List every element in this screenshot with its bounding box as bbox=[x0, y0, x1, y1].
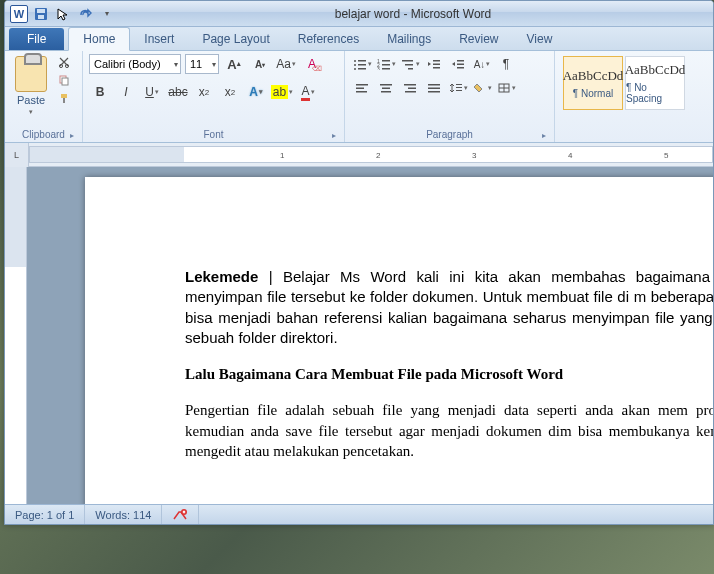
svg-point-4 bbox=[65, 64, 68, 67]
line-spacing-button[interactable] bbox=[447, 78, 469, 98]
paste-button[interactable]: Paste ▾ bbox=[11, 54, 51, 118]
tab-mailings[interactable]: Mailings bbox=[373, 28, 445, 50]
ruler-corner[interactable]: L bbox=[5, 143, 29, 167]
svg-text:3: 3 bbox=[377, 66, 380, 70]
svg-rect-2 bbox=[38, 15, 44, 19]
change-case-button[interactable]: Aa bbox=[275, 54, 297, 74]
group-label-paragraph: Paragraph bbox=[351, 127, 548, 142]
svg-rect-8 bbox=[63, 98, 65, 103]
group-styles: AaBbCcDd ¶ Normal AaBbCcDd ¶ No Spacing … bbox=[555, 51, 713, 142]
document-area: Lekemede | Belajar Ms Word kali ini kita… bbox=[5, 167, 713, 504]
svg-rect-22 bbox=[405, 64, 413, 66]
format-painter-icon[interactable] bbox=[55, 90, 73, 106]
paragraph-1[interactable]: Lekemede | Belajar Ms Word kali ini kita… bbox=[185, 267, 713, 348]
status-proof-icon[interactable] bbox=[162, 505, 199, 524]
font-size-combo[interactable]: 11 bbox=[185, 54, 219, 74]
ruler-tick: 2 bbox=[376, 151, 380, 160]
style-normal[interactable]: AaBbCcDd ¶ Normal bbox=[563, 56, 623, 110]
style-sample: AaBbCcDd bbox=[625, 62, 686, 78]
svg-rect-24 bbox=[433, 60, 440, 62]
ruler-tick: 5 bbox=[664, 151, 668, 160]
word-logo-icon[interactable]: W bbox=[9, 4, 29, 24]
save-icon[interactable] bbox=[31, 4, 51, 24]
align-center-button[interactable] bbox=[375, 78, 397, 98]
p1-bold: Lekemede bbox=[185, 268, 258, 285]
clear-format-button[interactable]: A⌫ bbox=[301, 54, 323, 74]
svg-rect-37 bbox=[408, 88, 416, 90]
svg-rect-42 bbox=[456, 84, 462, 85]
status-page[interactable]: Page: 1 of 1 bbox=[5, 505, 85, 524]
tab-view[interactable]: View bbox=[513, 28, 567, 50]
subscript-button[interactable]: x2 bbox=[193, 82, 215, 102]
status-words[interactable]: Words: 114 bbox=[85, 505, 162, 524]
window-title: belajar word - Microsoft Word bbox=[117, 7, 709, 21]
italic-button[interactable]: I bbox=[115, 82, 137, 102]
svg-rect-26 bbox=[433, 67, 440, 69]
titlebar: W ▾ belajar word - Microsoft Word bbox=[5, 1, 713, 27]
p1-text: | Belajar Ms Word kali ini kita akan mem… bbox=[185, 268, 713, 346]
clipboard-icon bbox=[15, 56, 47, 92]
svg-rect-16 bbox=[382, 60, 390, 62]
highlight-button[interactable]: ab bbox=[271, 82, 293, 102]
copy-icon[interactable] bbox=[55, 72, 73, 88]
font-name-value: Calibri (Body) bbox=[94, 58, 161, 70]
svg-rect-29 bbox=[457, 67, 464, 69]
svg-rect-23 bbox=[408, 68, 413, 70]
grow-font-button[interactable]: A▴ bbox=[223, 54, 245, 74]
tab-home[interactable]: Home bbox=[68, 27, 130, 51]
underline-button[interactable]: U bbox=[141, 82, 163, 102]
font-color-button[interactable]: A bbox=[297, 82, 319, 102]
tab-review[interactable]: Review bbox=[445, 28, 512, 50]
justify-button[interactable] bbox=[423, 78, 445, 98]
svg-point-11 bbox=[354, 64, 356, 66]
svg-rect-40 bbox=[428, 88, 440, 90]
paste-label: Paste bbox=[17, 94, 45, 106]
style-no-spacing[interactable]: AaBbCcDd ¶ No Spacing bbox=[625, 56, 685, 110]
ruler-tick: 1 bbox=[280, 151, 284, 160]
heading-1[interactable]: Lalu Bagaimana Cara Membuat File pada Mi… bbox=[185, 364, 713, 384]
redo-icon[interactable] bbox=[75, 4, 95, 24]
indent-button[interactable] bbox=[447, 54, 469, 74]
qat-more-icon[interactable]: ▾ bbox=[97, 4, 117, 24]
align-left-button[interactable] bbox=[351, 78, 373, 98]
paragraph-2[interactable]: Pengertian file adalah sebuah file yang … bbox=[185, 400, 713, 461]
pilcrow-button[interactable]: ¶ bbox=[495, 54, 517, 74]
app-window: W ▾ belajar word - Microsoft Word File H… bbox=[4, 0, 714, 525]
superscript-button[interactable]: x2 bbox=[219, 82, 241, 102]
bullets-button[interactable] bbox=[351, 54, 373, 74]
sort-button[interactable]: A↓ bbox=[471, 54, 493, 74]
shrink-font-button[interactable]: A▾ bbox=[249, 54, 271, 74]
svg-rect-30 bbox=[356, 84, 368, 86]
svg-rect-33 bbox=[380, 84, 392, 86]
page[interactable]: Lekemede | Belajar Ms Word kali ini kita… bbox=[85, 177, 713, 504]
group-label-font: Font bbox=[89, 127, 338, 142]
cut-icon[interactable] bbox=[55, 54, 73, 70]
tab-insert[interactable]: Insert bbox=[130, 28, 188, 50]
tab-page-layout[interactable]: Page Layout bbox=[188, 28, 283, 50]
tab-file[interactable]: File bbox=[9, 28, 64, 50]
svg-point-9 bbox=[354, 60, 356, 62]
text-effects-button[interactable]: A bbox=[245, 82, 267, 102]
group-label-clipboard: Clipboard bbox=[11, 127, 76, 142]
font-name-combo[interactable]: Calibri (Body) bbox=[89, 54, 181, 74]
multilevel-button[interactable] bbox=[399, 54, 421, 74]
group-clipboard: Paste ▾ Clipboard bbox=[5, 51, 83, 142]
svg-rect-28 bbox=[457, 64, 464, 66]
svg-rect-31 bbox=[356, 88, 364, 90]
numbering-button[interactable]: 123 bbox=[375, 54, 397, 74]
statusbar: Page: 1 of 1 Words: 114 bbox=[5, 504, 713, 524]
tab-references[interactable]: References bbox=[284, 28, 373, 50]
group-paragraph: 123 A↓ ¶ Paragraph bbox=[345, 51, 555, 142]
svg-rect-35 bbox=[381, 91, 391, 93]
strike-button[interactable]: abc bbox=[167, 82, 189, 102]
borders-button[interactable] bbox=[495, 78, 517, 98]
horizontal-ruler[interactable]: 1 2 3 4 5 bbox=[29, 146, 713, 163]
cursor-icon bbox=[53, 4, 73, 24]
svg-point-13 bbox=[354, 68, 356, 70]
vertical-ruler[interactable] bbox=[5, 167, 27, 504]
outdent-button[interactable] bbox=[423, 54, 445, 74]
svg-point-3 bbox=[59, 64, 62, 67]
bold-button[interactable]: B bbox=[89, 82, 111, 102]
shading-button[interactable] bbox=[471, 78, 493, 98]
align-right-button[interactable] bbox=[399, 78, 421, 98]
